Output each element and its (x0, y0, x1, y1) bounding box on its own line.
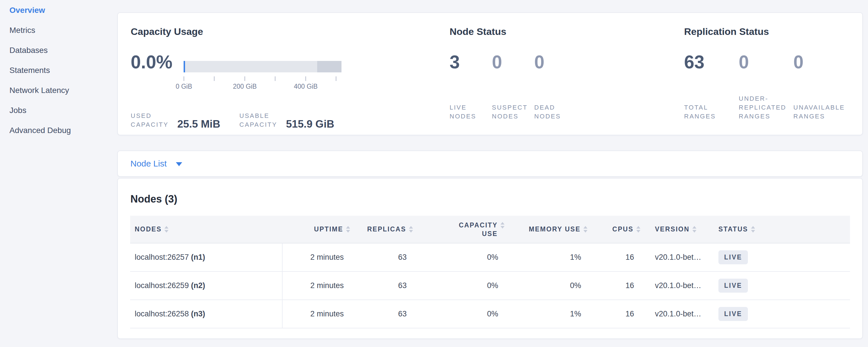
node-id: (n3) (191, 310, 205, 318)
header-replicas[interactable]: REPLICAS (354, 216, 417, 243)
dead-nodes-label: DEAD NODES (534, 103, 577, 121)
capacity-bar-track (184, 61, 341, 72)
axis-label: 0 GiB (176, 83, 192, 90)
version-cell: v20.1.0-bet… (644, 300, 706, 328)
status-cell: LIVE (706, 300, 850, 328)
nodes-table-card: Nodes (3) NODES UPTIME RE (117, 178, 863, 339)
chevron-down-icon (176, 162, 182, 166)
unavailable-ranges-value: 0 (793, 52, 848, 72)
cpus-cell: 16 (591, 300, 644, 328)
live-nodes-value: 3 (450, 52, 492, 72)
view-selector-card: Node List (117, 151, 863, 177)
header-status[interactable]: STATUS (706, 216, 850, 243)
used-capacity-value: 25.5 MiB (177, 118, 220, 130)
status-badge: LIVE (718, 250, 748, 264)
header-nodes[interactable]: NODES (130, 216, 282, 243)
app-root: Overview Metrics Databases Statements Ne… (0, 0, 868, 347)
node-id: (n1) (191, 253, 205, 261)
node-address-cell[interactable]: localhost:26259 (n2) (130, 272, 282, 300)
node-id: (n2) (191, 281, 205, 290)
uptime-cell: 2 minutes (282, 243, 354, 272)
sort-icon (500, 222, 504, 228)
capacity-use-cell: 0% (417, 272, 508, 300)
capacity-usage-section: Capacity Usage 0.0% (131, 25, 450, 135)
header-nodes-label: NODES (135, 225, 162, 233)
cpus-cell: 16 (591, 272, 644, 300)
node-status-title: Node Status (450, 25, 684, 38)
node-address: localhost:26258 (135, 310, 189, 318)
capacity-use-cell: 0% (417, 300, 508, 328)
capacity-bar-chart: 0 GiB 200 GiB 400 GiB (184, 61, 341, 91)
sort-icon (409, 226, 413, 232)
unavailable-ranges-label: UNAVAILABLE RANGES (793, 103, 848, 121)
cpus-cell: 16 (591, 243, 644, 272)
table-row[interactable]: localhost:26257 (n1) 2 minutes 63 0% 1% … (130, 243, 850, 272)
axis-tick (336, 76, 336, 81)
capacity-bar-other-segment (317, 61, 341, 72)
sort-icon (346, 226, 350, 232)
status-badge: LIVE (718, 279, 748, 293)
usable-capacity-value: 515.9 GiB (286, 118, 334, 130)
live-nodes-stat: 3 LIVE NODES (450, 52, 492, 121)
memory-use-cell: 1% (508, 243, 591, 272)
under-replicated-ranges-value: 0 (739, 52, 793, 72)
axis-tick (245, 76, 245, 81)
suspect-nodes-stat: 0 SUSPECT NODES (492, 52, 534, 121)
unavailable-ranges-stat: 0 UNAVAILABLE RANGES (793, 52, 848, 121)
node-list-dropdown[interactable]: Node List (130, 159, 182, 168)
capacity-usage-title: Capacity Usage (131, 25, 450, 38)
version-cell: v20.1.0-bet… (644, 272, 706, 300)
node-status-section: Node Status 3 LIVE NODES 0 SUSPECT NODES… (450, 25, 684, 135)
usable-capacity-label: USABLE CAPACITY (239, 111, 286, 129)
status-cell: LIVE (706, 243, 850, 272)
axis-tick (214, 76, 215, 81)
sort-icon (637, 226, 640, 232)
node-address: localhost:26257 (135, 253, 189, 261)
total-ranges-value: 63 (684, 52, 739, 72)
sidebar-item-overview[interactable]: Overview (0, 0, 117, 20)
sort-icon (751, 226, 755, 232)
node-address-cell[interactable]: localhost:26257 (n1) (130, 243, 282, 272)
header-version[interactable]: VERSION (644, 216, 706, 243)
sidebar-item-advanced-debug[interactable]: Advanced Debug (0, 120, 117, 140)
sidebar-item-metrics[interactable]: Metrics (0, 20, 117, 40)
uptime-cell: 2 minutes (282, 300, 354, 328)
table-row[interactable]: localhost:26258 (n3) 2 minutes 63 0% 1% … (130, 300, 850, 328)
replicas-cell: 63 (354, 272, 417, 300)
under-replicated-ranges-stat: 0 UNDER-REPLICATED RANGES (739, 52, 793, 121)
used-capacity-label: USED CAPACITY (131, 111, 177, 129)
total-ranges-stat: 63 TOTAL RANGES (684, 52, 739, 121)
header-cpus[interactable]: CPUS (591, 216, 644, 243)
capacity-used-percent: 0.0% (131, 53, 184, 71)
header-memory-use[interactable]: MEMORY USE (508, 216, 591, 243)
memory-use-cell: 0% (508, 272, 591, 300)
replication-status-section: Replication Status 63 TOTAL RANGES 0 UND… (684, 25, 862, 135)
axis-label: 400 GiB (294, 83, 317, 90)
sort-icon (164, 226, 168, 232)
header-cpus-label: CPUS (612, 225, 633, 233)
header-uptime[interactable]: UPTIME (282, 216, 354, 243)
sort-icon (692, 226, 696, 232)
used-capacity-stat: USED CAPACITY 25.5 MiB (131, 111, 239, 129)
node-address: localhost:26259 (135, 281, 189, 290)
replicas-cell: 63 (354, 300, 417, 328)
main-content: Capacity Usage 0.0% (117, 0, 868, 347)
dead-nodes-stat: 0 DEAD NODES (534, 52, 577, 121)
version-cell: v20.1.0-bet… (644, 243, 706, 272)
usable-capacity-stat: USABLE CAPACITY 515.9 GiB (239, 111, 334, 129)
node-address-cell[interactable]: localhost:26258 (n3) (130, 300, 282, 328)
sidebar-item-network-latency[interactable]: Network Latency (0, 81, 117, 100)
header-capacity-use[interactable]: CAPACITY USE (417, 216, 508, 243)
suspect-nodes-value: 0 (492, 52, 534, 72)
sidebar-item-statements[interactable]: Statements (0, 60, 117, 81)
axis-label: 200 GiB (233, 83, 256, 90)
capacity-bar-used-marker (184, 61, 185, 72)
table-row[interactable]: localhost:26259 (n2) 2 minutes 63 0% 0% … (130, 272, 850, 300)
status-badge: LIVE (718, 307, 748, 321)
sidebar-item-jobs[interactable]: Jobs (0, 100, 117, 120)
sort-icon (583, 226, 587, 232)
table-header-row: NODES UPTIME REPLICAS CAPACITY USE MEMOR (130, 216, 850, 243)
header-replicas-label: REPLICAS (367, 225, 406, 233)
memory-use-cell: 1% (508, 300, 591, 328)
sidebar-item-databases[interactable]: Databases (0, 40, 117, 60)
